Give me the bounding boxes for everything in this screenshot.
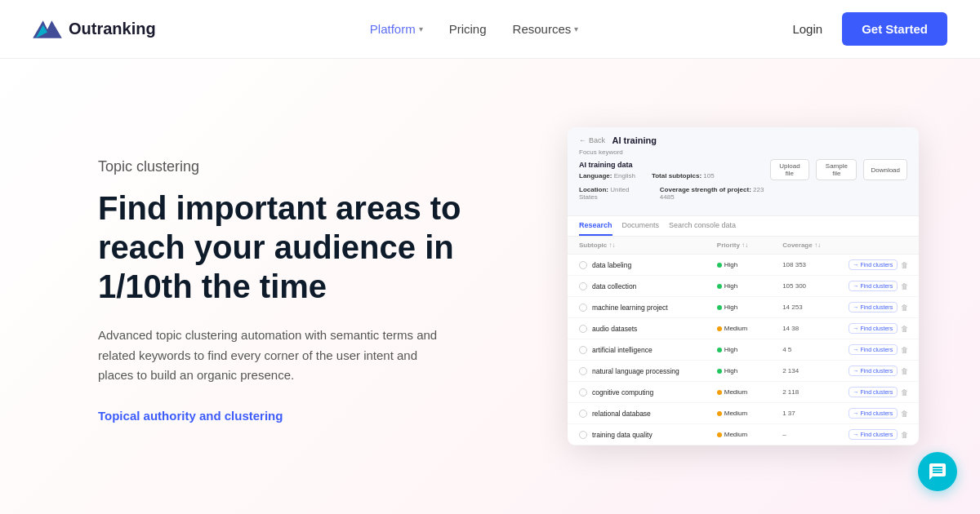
upload-file-button[interactable]: Upload file	[770, 159, 810, 180]
delete-icon[interactable]: 🗑	[901, 431, 908, 439]
priority-dot	[717, 369, 722, 374]
chat-icon	[928, 462, 947, 481]
ui-card: ← Back AI training Focus keyword AI trai…	[568, 127, 919, 445]
delete-icon[interactable]: 🗑	[901, 410, 908, 418]
delete-icon[interactable]: 🗑	[901, 346, 908, 354]
find-clusters-button[interactable]: → Find clusters	[849, 323, 898, 334]
back-link[interactable]: ← Back AI training	[579, 135, 770, 145]
row-name: relational database	[592, 410, 717, 418]
find-clusters-button[interactable]: → Find clusters	[849, 408, 898, 419]
logo-text: Outranking	[69, 20, 156, 38]
row-actions: → Find clusters 🗑	[849, 302, 909, 312]
row-radio[interactable]	[579, 431, 587, 439]
row-radio[interactable]	[579, 325, 587, 333]
svg-marker-0	[33, 20, 62, 38]
delete-icon[interactable]: 🗑	[901, 388, 908, 397]
row-actions: → Find clusters 🗑	[849, 323, 909, 334]
hero-right: ← Back AI training Focus keyword AI trai…	[539, 59, 980, 514]
priority-label: High	[724, 304, 737, 311]
col-header-coverage: Coverage ↑↓	[782, 241, 848, 249]
row-priority: High	[717, 367, 782, 375]
row-coverage: 4 5	[782, 346, 848, 353]
row-coverage: 2 134	[782, 367, 848, 374]
topical-authority-link[interactable]: Topical authority and clustering	[98, 409, 506, 423]
row-name: training data quality	[592, 431, 717, 439]
delete-icon[interactable]: 🗑	[901, 282, 908, 290]
priority-label: High	[724, 367, 737, 374]
row-name: cognitive computing	[592, 388, 717, 397]
row-priority: Medium	[717, 431, 782, 439]
priority-label: High	[724, 261, 737, 268]
row-radio[interactable]	[579, 388, 587, 397]
login-button[interactable]: Login	[792, 22, 822, 36]
delete-icon[interactable]: 🗑	[901, 367, 908, 375]
delete-icon[interactable]: 🗑	[901, 325, 908, 333]
row-actions: → Find clusters 🗑	[849, 259, 909, 270]
row-actions: → Find clusters 🗑	[849, 429, 909, 440]
find-clusters-button[interactable]: → Find clusters	[849, 429, 898, 440]
table-row: audio datasets Medium 14 38 → Find clust…	[568, 318, 919, 339]
chat-bubble-button[interactable]	[918, 452, 957, 491]
priority-dot	[717, 263, 722, 268]
col-header-subtopic: Subtopic ↑↓	[579, 241, 717, 249]
row-radio[interactable]	[579, 282, 587, 290]
priority-dot	[717, 326, 722, 331]
table-row: artificial intelligence High 4 5 → Find …	[568, 339, 919, 361]
row-radio[interactable]	[579, 304, 587, 312]
back-arrow-icon: ←	[579, 136, 586, 144]
table-row: cognitive computing Medium 2 118 → Find …	[568, 382, 919, 403]
tab-search-console[interactable]: Search console data	[669, 216, 736, 236]
navbar: Outranking Platform ▾ Pricing Resources …	[0, 0, 980, 59]
row-name: machine learning project	[592, 304, 717, 312]
row-radio[interactable]	[579, 410, 587, 418]
row-radio[interactable]	[579, 261, 587, 269]
nav-item-resources[interactable]: Resources ▾	[513, 22, 579, 36]
row-coverage: 2 118	[782, 388, 848, 396]
nav-item-pricing[interactable]: Pricing	[449, 22, 487, 36]
hero-left: Topic clustering Find important areas to…	[0, 59, 539, 514]
hero-description: Advanced topic clustering automation wit…	[98, 326, 441, 386]
focus-keyword-label: Focus keyword	[579, 148, 623, 156]
delete-icon[interactable]: 🗑	[901, 261, 908, 269]
col-header-actions	[849, 241, 907, 249]
row-coverage: 1 37	[782, 410, 848, 417]
chevron-down-icon: ▾	[574, 24, 578, 33]
priority-dot	[717, 390, 722, 395]
find-clusters-button[interactable]: → Find clusters	[849, 259, 898, 270]
table-row: machine learning project High 14 253 → F…	[568, 297, 919, 318]
row-coverage: 14 253	[782, 304, 848, 311]
table-row: data labeling High 108 353 → Find cluste…	[568, 255, 919, 276]
hero-title: Find important areas to reach your audie…	[98, 188, 506, 306]
logo[interactable]: Outranking	[33, 16, 156, 42]
sample-file-button[interactable]: Sample file	[816, 159, 857, 180]
find-clusters-button[interactable]: → Find clusters	[849, 302, 898, 312]
row-priority: Medium	[717, 325, 782, 333]
row-priority: High	[717, 282, 782, 290]
tab-documents[interactable]: Documents	[622, 216, 660, 236]
row-actions: → Find clusters 🗑	[849, 344, 909, 355]
row-name: data collection	[592, 282, 717, 290]
row-coverage: 14 38	[782, 325, 848, 332]
row-radio[interactable]	[579, 367, 587, 375]
find-clusters-button[interactable]: → Find clusters	[849, 366, 898, 376]
priority-dot	[717, 432, 722, 437]
find-clusters-button[interactable]: → Find clusters	[849, 281, 898, 291]
card-header-top: ← Back AI training Focus keyword AI trai…	[579, 135, 907, 204]
download-button[interactable]: Download	[863, 159, 907, 180]
priority-label: Medium	[724, 431, 747, 438]
find-clusters-button[interactable]: → Find clusters	[849, 344, 898, 355]
row-coverage: 108 353	[782, 261, 848, 268]
card-title: AI training	[612, 135, 657, 145]
nav-item-platform[interactable]: Platform ▾	[370, 22, 423, 36]
get-started-button[interactable]: Get Started	[842, 12, 947, 46]
tab-research[interactable]: Research	[579, 216, 612, 236]
row-coverage: 105 300	[782, 282, 848, 290]
table-body: data labeling High 108 353 → Find cluste…	[568, 255, 919, 445]
delete-icon[interactable]: 🗑	[901, 304, 908, 312]
priority-label: Medium	[724, 388, 747, 396]
row-name: audio datasets	[592, 325, 717, 333]
row-radio[interactable]	[579, 346, 587, 354]
card-meta: Focus keyword	[579, 148, 770, 156]
priority-dot	[717, 284, 722, 289]
find-clusters-button[interactable]: → Find clusters	[849, 387, 898, 397]
